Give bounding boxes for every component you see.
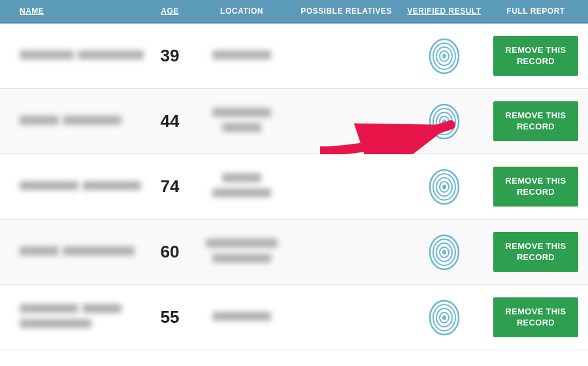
blurred-location	[212, 108, 271, 117]
blurred-name	[20, 319, 91, 328]
fingerprint-icon	[428, 103, 461, 141]
age-cell: 60	[144, 242, 196, 262]
blurred-location	[212, 312, 271, 321]
blurred-location	[222, 123, 261, 132]
blurred-name	[63, 246, 135, 256]
blurred-location	[212, 254, 271, 263]
fingerprint-icon	[428, 37, 461, 75]
svg-point-16	[442, 184, 446, 189]
header-relatives: POSSIBLE RELATIVES	[287, 7, 405, 16]
report-cell: REMOVE THISRECORD	[483, 101, 588, 142]
verified-cell	[405, 233, 483, 271]
age-cell: 55	[144, 307, 196, 327]
table-row: 55 REMOVE THISRECORD	[0, 285, 588, 350]
table-row: 74 REMOVE THISRECORD	[0, 154, 588, 220]
report-cell: REMOVE THISRECORD	[483, 297, 588, 338]
age-cell: 74	[144, 176, 196, 197]
blurred-name	[78, 50, 144, 59]
blurred-location	[206, 239, 278, 248]
blurred-location	[212, 188, 271, 197]
blurred-name	[82, 181, 141, 190]
header-name: NAME	[0, 7, 144, 16]
header-verified: VERIFIED RESULT	[405, 7, 483, 16]
location-cell	[196, 239, 287, 265]
verified-cell	[405, 37, 483, 75]
blurred-name	[63, 116, 122, 125]
blurred-name	[82, 304, 122, 313]
svg-point-21	[442, 250, 446, 254]
report-cell: REMOVE THISRECORD	[483, 36, 588, 76]
name-cell	[0, 304, 144, 331]
remove-button[interactable]: REMOVE THISRECORD	[493, 297, 578, 338]
name-line-1	[20, 50, 144, 62]
name-cell	[0, 50, 144, 62]
table-row: 60 REMOVE THISRECORD	[0, 220, 588, 285]
blurred-name	[20, 50, 74, 59]
svg-point-26	[442, 315, 446, 320]
age-cell: 44	[144, 111, 196, 131]
name-line-2	[20, 319, 144, 331]
report-cell: REMOVE THISRECORD	[483, 232, 588, 273]
remove-button[interactable]: REMOVE THISRECORD	[493, 232, 578, 273]
table-row: 44 REMOVE THISRECORD	[0, 89, 588, 154]
blurred-name	[20, 246, 59, 256]
header-report: FULL REPORT	[483, 7, 588, 16]
name-cell	[0, 246, 144, 258]
name-line-1	[20, 246, 144, 258]
table-row: 39 REMOVE THISRECORD	[0, 24, 588, 89]
remove-button[interactable]: REMOVE THISRECORD	[493, 36, 578, 76]
remove-button[interactable]: REMOVE THISRECORD	[493, 101, 578, 142]
svg-point-10	[442, 119, 446, 124]
fingerprint-icon	[428, 168, 461, 206]
location-cell	[196, 312, 287, 324]
table-body: 39 REMOVE THISRECORD 44	[0, 24, 588, 350]
name-line-1	[20, 181, 144, 193]
name-line-1	[20, 116, 144, 127]
fingerprint-icon	[428, 233, 461, 271]
location-cell	[196, 108, 287, 135]
blurred-location	[212, 50, 271, 59]
name-cell	[0, 181, 144, 193]
verified-cell	[405, 103, 483, 141]
remove-button[interactable]: REMOVE THISRECORD	[493, 167, 578, 207]
blurred-name	[20, 181, 78, 190]
header-age: AGE	[144, 7, 196, 16]
blurred-location	[222, 173, 261, 182]
fingerprint-icon	[428, 299, 461, 337]
verified-cell	[405, 299, 483, 337]
blurred-name	[20, 116, 59, 125]
verified-cell	[405, 168, 483, 206]
age-cell: 39	[144, 46, 196, 66]
blurred-name	[20, 304, 78, 313]
report-cell: REMOVE THISRECORD	[483, 167, 588, 207]
location-cell	[196, 50, 287, 62]
table-header: NAME AGE LOCATION POSSIBLE RELATIVES VER…	[0, 0, 588, 24]
header-location: LOCATION	[196, 7, 287, 16]
name-cell	[0, 116, 144, 127]
location-cell	[196, 173, 287, 200]
name-line-1	[20, 304, 144, 316]
